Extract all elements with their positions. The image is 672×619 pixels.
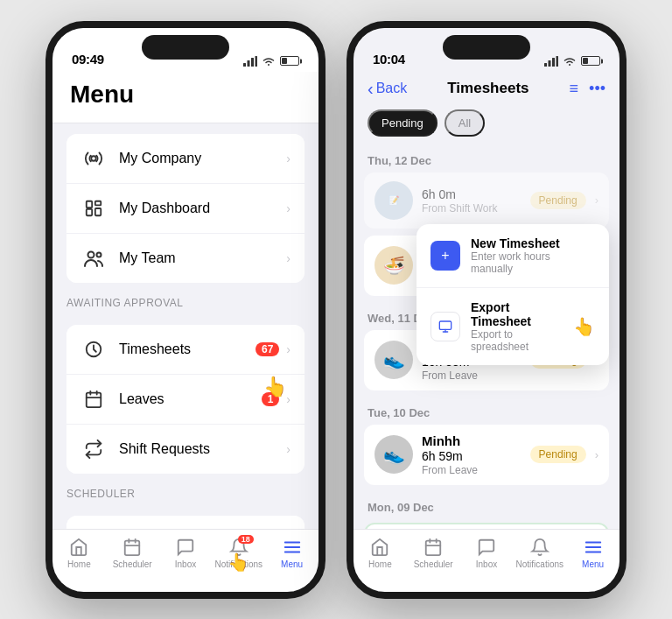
shift-requests-item[interactable]: Shift Requests › [66,425,304,474]
signal-icon-right [544,56,558,67]
svg-point-9 [88,251,94,257]
right-phone: 10:04 [346,21,626,599]
ts-from-1: From Shift Work [422,202,522,215]
tab-scheduler-left[interactable]: Scheduler [106,537,159,570]
home-icon-right [370,537,389,558]
svg-rect-32 [439,321,451,329]
avatar-4: 👟 [374,435,413,474]
ts-dropdown: + New Timesheet Enter work hours manuall… [416,224,609,365]
approve-banner[interactable]: ✓ Approve all pending timesheets [364,523,609,529]
avatar-1: 📝 [374,181,413,220]
svg-rect-0 [243,63,246,67]
svg-point-4 [91,156,96,161]
status-icons-right [544,56,600,67]
hamburger-icon[interactable]: ≡ [570,80,579,98]
timesheets-item[interactable]: Timesheets 67 › 👆 [66,325,304,375]
tab-notifications-right-label: Notifications [516,559,564,569]
timesheets-chevron: › [286,342,290,356]
ts-header-icons: ≡ ••• [570,80,606,98]
tab-inbox-right-label: Inbox [476,559,497,569]
left-tab-bar: Home Scheduler [52,529,318,592]
tab-menu-right[interactable]: Menu [566,537,620,570]
filter-pending-btn[interactable]: Pending [368,109,438,137]
ts-header: ‹ Back Timesheets ≡ ••• [354,72,620,109]
tab-home-left[interactable]: Home [52,537,106,570]
shift-requests-label: Shift Requests [119,441,286,457]
svg-point-10 [97,252,102,257]
dashboard-icon [80,195,107,222]
dashboard-chevron: › [286,201,290,215]
scheduler-section: SCHEDULER My Timesheets › [52,474,318,529]
back-label: Back [376,81,408,96]
ts-from-3: From Leave [422,369,522,382]
awaiting-label: AWAITING APPROVAL [52,283,318,314]
back-chevron-icon: ‹ [368,79,374,99]
tab-home-left-label: Home [67,559,91,569]
tab-inbox-right[interactable]: Inbox [460,537,514,570]
scheduler-icon-right [424,537,443,558]
shift-requests-icon [80,436,107,462]
tab-scheduler-right[interactable]: Scheduler [407,537,460,570]
right-tab-bar: Home Scheduler [354,529,620,592]
inbox-icon-right [477,537,496,558]
svg-rect-21 [125,541,140,556]
svg-rect-30 [552,58,555,67]
svg-rect-8 [95,208,101,215]
tab-notifications-left[interactable]: 18 Notifications 👆 [212,537,265,570]
notifications-badge-count: 18 [238,535,254,544]
ts-duration-4: 6h 59m [422,449,522,463]
back-button[interactable]: ‹ Back [368,79,407,99]
ts-entry-1[interactable]: 📝 6h 0m From Shift Work Pending › [364,172,609,229]
ts-status-1: Pending [530,192,586,209]
menu-header: Menu [52,72,318,123]
dots-icon[interactable]: ••• [589,80,606,98]
wifi-icon-right [563,56,577,67]
svg-rect-12 [87,392,102,407]
avatar-2: 🍜 [374,246,413,285]
team-chevron: › [286,251,290,265]
tab-notifications-right[interactable]: Notifications [513,537,566,570]
inbox-tab-icon [176,537,195,558]
tab-home-right-label: Home [368,559,392,569]
plus-icon: + [430,241,460,271]
svg-rect-6 [87,200,92,207]
tab-menu-left[interactable]: Menu [265,537,318,570]
my-dashboard-item[interactable]: My Dashboard › [66,184,304,234]
dropdown-export-timesheet[interactable]: Export Timesheet Export to spreadsheet 👆 [416,288,609,365]
tab-home-right[interactable]: Home [354,537,407,570]
awaiting-section: AWAITING APPROVAL Timesheets 67 [52,283,318,474]
my-timesheets-item[interactable]: My Timesheets › [66,516,304,529]
avatar-3: 👟 [374,341,413,379]
company-chevron: › [286,151,290,165]
shift-requests-chevron: › [286,442,290,456]
menu-title: Menu [70,81,301,109]
my-company-item[interactable]: My Company › [66,134,304,184]
svg-rect-35 [426,541,441,556]
tab-inbox-left[interactable]: Inbox [159,537,213,570]
battery-icon-right [581,56,600,66]
wifi-icon [262,56,276,67]
ts-from-4: From Leave [422,464,522,476]
svg-rect-2 [251,58,254,67]
ts-info-1: 6h 0m From Shift Work [422,186,522,215]
left-phone: 09:49 [46,21,326,599]
date-header-4: Mon, 09 Dec [354,492,620,519]
ts-entry-4[interactable]: 👟 Minhh 6h 59m From Leave Pending › [364,425,609,485]
menu-icon-right [584,537,603,558]
filter-all-btn[interactable]: All [444,109,485,137]
svg-rect-29 [549,60,551,67]
date-header-3: Tue, 10 Dec [354,397,620,425]
dropdown-new-timesheet[interactable]: + New Timesheet Enter work hours manuall… [416,224,609,288]
my-team-item[interactable]: My Team › [66,234,304,283]
ts-filter-bar: Pending All [354,109,620,145]
date-header-1: Thu, 12 Dec [354,145,620,172]
svg-rect-3 [256,56,258,67]
menu-content[interactable]: My Company › My Dashboard [52,123,318,529]
tab-menu-left-label: Menu [281,559,303,569]
main-menu-section: My Company › My Dashboard [66,134,304,283]
ts-name-4: Minhh [422,433,522,448]
notch-right [443,35,530,60]
ts-list[interactable]: + New Timesheet Enter work hours manuall… [354,145,620,529]
tab-scheduler-right-label: Scheduler [414,559,453,569]
svg-rect-1 [248,60,250,67]
